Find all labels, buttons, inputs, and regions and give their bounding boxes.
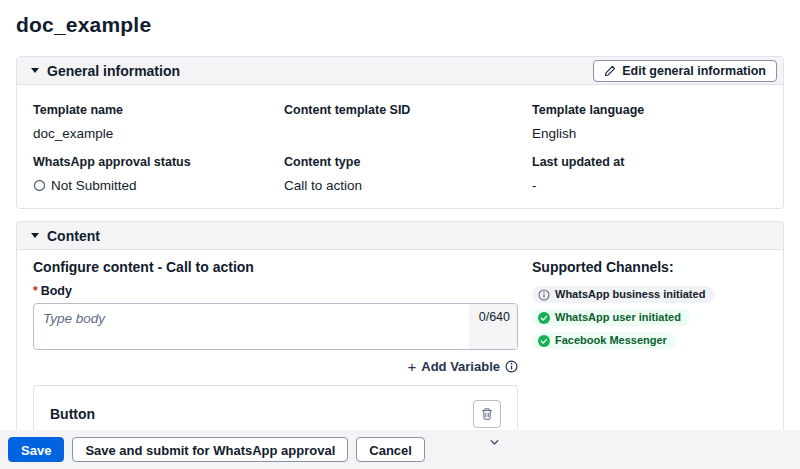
channel-badge-label: Facebook Messenger xyxy=(555,334,667,347)
edit-general-information-button[interactable]: Edit general information xyxy=(593,60,777,82)
field-value: doc_example xyxy=(33,125,284,142)
check-circle-icon xyxy=(538,335,550,347)
field-label: Last updated at xyxy=(532,155,767,169)
save-button[interactable]: Save xyxy=(8,437,64,462)
channel-badge-label: WhatsApp business initiated xyxy=(555,288,705,301)
channel-badge-whatsapp-user-initiated: WhatsApp user initiated xyxy=(532,309,690,326)
required-marker: * xyxy=(33,284,38,298)
body-field-label: *Body xyxy=(33,284,518,298)
field-value: Call to action xyxy=(284,177,532,194)
field-label: Template language xyxy=(532,103,767,117)
status-text: Not Submitted xyxy=(51,177,137,194)
info-icon xyxy=(538,289,550,301)
field-template-language: Template language English xyxy=(532,103,767,142)
general-information-collapse-toggle[interactable]: General information xyxy=(31,63,180,79)
button-panel-title: Button xyxy=(50,406,95,422)
configure-content-heading: Configure content - Call to action xyxy=(33,258,518,276)
collapse-arrow-icon xyxy=(31,68,39,73)
field-label: Content type xyxy=(284,155,532,169)
field-value: Not Submitted xyxy=(33,177,284,194)
channel-badge-facebook-messenger: Facebook Messenger xyxy=(532,332,676,349)
character-counter: 0/640 xyxy=(469,304,517,349)
general-information-card: General information Edit general informa… xyxy=(16,56,784,209)
add-variable-label: Add Variable xyxy=(421,359,500,374)
field-value xyxy=(284,125,532,142)
edit-general-information-label: Edit general information xyxy=(622,64,766,78)
body-input[interactable] xyxy=(33,303,518,350)
page: doc_example General information Edit gen… xyxy=(0,12,800,469)
field-template-name: Template name doc_example xyxy=(33,103,284,142)
collapse-arrow-icon xyxy=(31,233,39,238)
field-value: English xyxy=(532,125,767,142)
channel-badge-label: WhatsApp user initiated xyxy=(555,311,681,324)
field-last-updated-at: Last updated at - xyxy=(532,155,767,194)
action-footer: Save Save and submit for WhatsApp approv… xyxy=(0,430,800,469)
add-variable-link[interactable]: + Add Variable xyxy=(33,359,518,374)
content-title: Content xyxy=(47,228,100,244)
field-content-template-sid: Content template SID xyxy=(284,103,532,142)
field-label: Template name xyxy=(33,103,284,117)
supported-channels-list: WhatsApp business initiated WhatsApp use… xyxy=(532,286,767,355)
field-content-type: Content type Call to action xyxy=(284,155,532,194)
body-input-wrapper: 0/640 xyxy=(33,303,518,350)
status-circle-icon xyxy=(33,179,46,192)
trash-icon xyxy=(480,407,494,421)
general-information-fields: Template name doc_example Content templa… xyxy=(17,85,783,208)
chevron-down-icon[interactable] xyxy=(486,434,502,450)
field-value: - xyxy=(532,177,767,194)
delete-button-button[interactable] xyxy=(473,400,501,428)
check-circle-icon xyxy=(538,312,550,324)
content-collapse-toggle[interactable]: Content xyxy=(31,228,100,244)
supported-channels-heading: Supported Channels: xyxy=(532,258,767,276)
cancel-button[interactable]: Cancel xyxy=(356,437,425,462)
field-label: Content template SID xyxy=(284,103,532,117)
page-title: doc_example xyxy=(16,12,784,38)
info-icon[interactable] xyxy=(505,360,518,373)
field-whatsapp-approval-status: WhatsApp approval status Not Submitted xyxy=(33,155,284,194)
field-label: WhatsApp approval status xyxy=(33,155,284,169)
plus-icon: + xyxy=(407,360,416,374)
pencil-icon xyxy=(604,65,616,77)
general-information-header: General information Edit general informa… xyxy=(17,57,783,85)
save-and-submit-button[interactable]: Save and submit for WhatsApp approval xyxy=(72,437,348,462)
button-panel-header: Button xyxy=(50,400,501,428)
general-information-title: General information xyxy=(47,63,180,79)
content-header: Content xyxy=(17,222,783,250)
channel-badge-whatsapp-business-initiated: WhatsApp business initiated xyxy=(532,286,714,303)
